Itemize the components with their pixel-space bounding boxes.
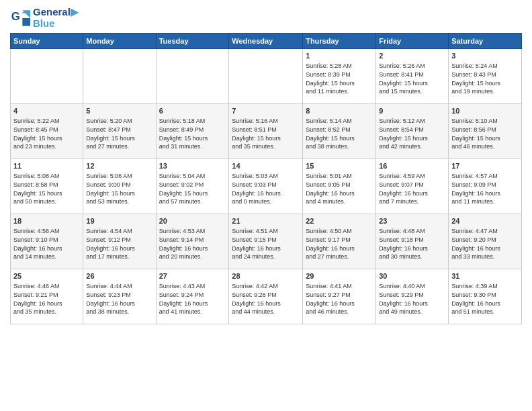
weekday-tuesday: Tuesday: [156, 34, 229, 49]
day-number: 3: [451, 51, 519, 61]
day-info: and 35 minutes.: [232, 142, 300, 151]
day-info: Daylight: 15 hours: [306, 79, 373, 88]
day-info: Daylight: 16 hours: [451, 244, 519, 253]
day-info: and 17 minutes.: [86, 253, 152, 261]
day-number: 16: [379, 161, 445, 171]
day-number: 7: [232, 106, 300, 116]
calendar-cell: 28Sunrise: 4:42 AMSunset: 9:26 PMDayligh…: [229, 269, 303, 324]
day-info: Sunset: 9:29 PM: [379, 291, 445, 300]
day-info: and 44 minutes.: [232, 308, 300, 316]
day-info: Sunrise: 5:03 AM: [232, 172, 300, 181]
day-info: Sunset: 8:51 PM: [232, 126, 300, 134]
day-number: 6: [159, 106, 226, 116]
day-info: Sunrise: 4:50 AM: [306, 227, 373, 236]
calendar: SundayMondayTuesdayWednesdayThursdayFrid…: [10, 33, 522, 324]
day-info: Sunrise: 4:46 AM: [13, 282, 80, 291]
calendar-cell: 10Sunrise: 5:10 AMSunset: 8:56 PMDayligh…: [449, 104, 522, 159]
day-info: and 41 minutes.: [159, 308, 226, 316]
day-info: Sunset: 9:15 PM: [232, 236, 300, 244]
day-info: Sunset: 8:41 PM: [379, 71, 445, 79]
calendar-cell: 5Sunrise: 5:20 AMSunset: 8:47 PMDaylight…: [83, 104, 156, 159]
day-number: 1: [306, 51, 373, 61]
day-number: 20: [159, 216, 226, 226]
day-info: and 11 minutes.: [451, 197, 519, 206]
day-info: Daylight: 15 hours: [13, 134, 80, 143]
day-number: 25: [13, 271, 80, 281]
logo: G General▶ Blue: [10, 7, 79, 29]
day-info: Daylight: 15 hours: [379, 134, 445, 143]
calendar-cell: 17Sunrise: 4:57 AMSunset: 9:09 PMDayligh…: [449, 159, 522, 214]
day-info: and 51 minutes.: [451, 308, 519, 316]
day-number: 11: [13, 161, 80, 171]
day-info: and 57 minutes.: [159, 197, 226, 206]
day-info: Daylight: 16 hours: [13, 300, 80, 308]
weekday-sunday: Sunday: [11, 34, 83, 49]
day-info: Daylight: 16 hours: [306, 189, 373, 198]
day-number: 13: [159, 161, 226, 171]
day-info: and 15 minutes.: [379, 87, 445, 96]
day-info: Sunrise: 4:44 AM: [86, 282, 152, 291]
day-number: 23: [379, 216, 445, 226]
calendar-cell: [156, 49, 229, 104]
day-info: Sunset: 9:17 PM: [306, 236, 373, 244]
day-number: 18: [13, 216, 80, 226]
day-info: and 46 minutes.: [306, 308, 373, 316]
day-info: Sunset: 8:54 PM: [379, 126, 445, 134]
weekday-monday: Monday: [83, 34, 156, 49]
calendar-cell: 13Sunrise: 5:04 AMSunset: 9:02 PMDayligh…: [156, 159, 229, 214]
day-info: Sunset: 8:49 PM: [159, 126, 226, 134]
day-info: Sunset: 8:56 PM: [451, 126, 519, 134]
day-info: Sunset: 9:00 PM: [86, 181, 152, 189]
day-info: Sunset: 9:05 PM: [306, 181, 373, 189]
day-info: Daylight: 16 hours: [379, 189, 445, 198]
day-info: Sunset: 8:47 PM: [86, 126, 152, 134]
calendar-week-4: 18Sunrise: 4:56 AMSunset: 9:10 PMDayligh…: [11, 214, 522, 269]
day-info: and 27 minutes.: [306, 253, 373, 261]
day-info: Daylight: 15 hours: [159, 134, 226, 143]
day-info: Daylight: 16 hours: [86, 300, 152, 308]
day-info: Sunset: 9:21 PM: [13, 291, 80, 300]
logo-line1: General▶: [33, 7, 79, 18]
day-info: Daylight: 15 hours: [86, 134, 152, 143]
day-number: 22: [306, 216, 373, 226]
day-info: Daylight: 16 hours: [159, 244, 226, 253]
logo-text-block: General▶ Blue: [33, 7, 79, 29]
day-info: and 23 minutes.: [13, 142, 80, 151]
calendar-cell: 4Sunrise: 5:22 AMSunset: 8:45 PMDaylight…: [11, 104, 83, 159]
logo-icon: G: [10, 8, 30, 28]
day-info: Sunrise: 5:24 AM: [451, 62, 519, 71]
calendar-cell: 3Sunrise: 5:24 AMSunset: 8:43 PMDaylight…: [449, 49, 522, 104]
day-info: Sunset: 9:02 PM: [159, 181, 226, 189]
day-info: Sunset: 9:07 PM: [379, 181, 445, 189]
day-info: Sunset: 9:26 PM: [232, 291, 300, 300]
day-info: Sunrise: 4:48 AM: [379, 227, 445, 236]
day-info: Sunrise: 5:04 AM: [159, 172, 226, 181]
calendar-cell: [11, 49, 83, 104]
calendar-cell: 23Sunrise: 4:48 AMSunset: 9:18 PMDayligh…: [376, 214, 449, 269]
day-info: Daylight: 16 hours: [232, 300, 300, 308]
day-info: Sunrise: 4:47 AM: [451, 227, 519, 236]
day-info: Sunrise: 5:18 AM: [159, 117, 226, 126]
day-info: and 4 minutes.: [306, 197, 373, 206]
day-info: Sunset: 9:27 PM: [306, 291, 373, 300]
calendar-cell: [83, 49, 156, 104]
header: G General▶ Blue: [10, 7, 522, 29]
weekday-saturday: Saturday: [449, 34, 522, 49]
calendar-cell: 7Sunrise: 5:16 AMSunset: 8:51 PMDaylight…: [229, 104, 303, 159]
day-info: and 49 minutes.: [379, 308, 445, 316]
day-info: and 11 minutes.: [306, 87, 373, 96]
day-info: Daylight: 15 hours: [306, 134, 373, 143]
day-info: Daylight: 16 hours: [159, 300, 226, 308]
day-info: Sunrise: 4:53 AM: [159, 227, 226, 236]
weekday-friday: Friday: [376, 34, 449, 49]
calendar-cell: 9Sunrise: 5:12 AMSunset: 8:54 PMDaylight…: [376, 104, 449, 159]
calendar-week-3: 11Sunrise: 5:08 AMSunset: 8:58 PMDayligh…: [11, 159, 522, 214]
day-info: Sunrise: 4:51 AM: [232, 227, 300, 236]
day-info: and 19 minutes.: [451, 87, 519, 96]
day-info: Sunrise: 5:16 AM: [232, 117, 300, 126]
weekday-header-row: SundayMondayTuesdayWednesdayThursdayFrid…: [11, 34, 522, 49]
day-info: and 38 minutes.: [86, 308, 152, 316]
day-number: 2: [379, 51, 445, 61]
page: G General▶ Blue SundayMondayTuesdayWedne…: [0, 0, 532, 411]
day-info: Sunrise: 5:10 AM: [451, 117, 519, 126]
